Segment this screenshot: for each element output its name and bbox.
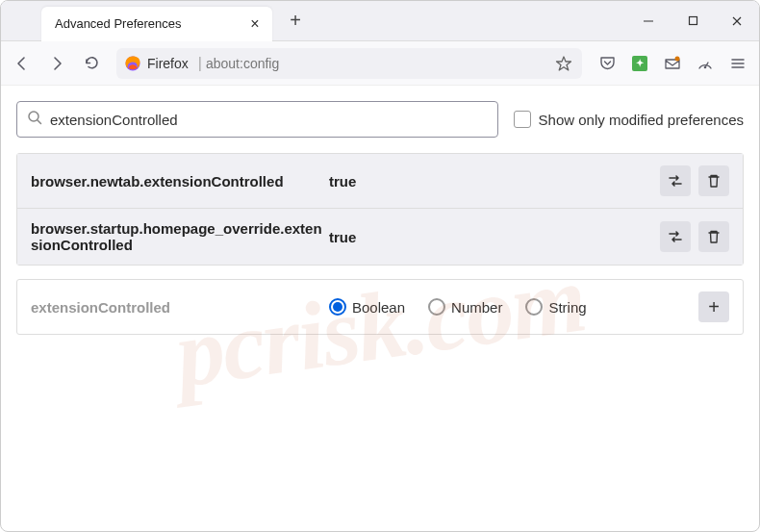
new-pref-name: extensionControlled — [31, 299, 329, 316]
address-identity-label: Firefox — [147, 56, 189, 71]
browser-window: Advanced Preferences × + — [0, 0, 760, 532]
pref-actions — [660, 165, 729, 196]
show-modified-toggle[interactable]: Show only modified preferences — [514, 111, 744, 128]
close-window-button[interactable] — [715, 1, 759, 40]
radio-dot-icon — [525, 298, 543, 316]
titlebar: Advanced Preferences × + — [1, 1, 759, 41]
radio-boolean[interactable]: Boolean — [329, 298, 405, 316]
pref-row[interactable]: browser.newtab.extensionControlled true — [17, 154, 743, 209]
config-content: pcrisk.com Show only modified preference… — [1, 86, 759, 531]
new-pref-row: extensionControlled Boolean Number Strin… — [16, 279, 744, 335]
search-box[interactable] — [16, 101, 498, 138]
browser-tab[interactable]: Advanced Preferences × — [41, 7, 272, 41]
menu-icon[interactable] — [722, 48, 753, 79]
toggle-button[interactable] — [660, 165, 691, 196]
window-controls — [626, 1, 759, 40]
svg-point-5 — [675, 56, 680, 61]
delete-button[interactable] — [698, 221, 729, 252]
search-icon — [27, 110, 42, 129]
toggle-button[interactable] — [660, 221, 691, 252]
pref-table: browser.newtab.extensionControlled true … — [16, 153, 744, 266]
url-text: about:config — [206, 56, 553, 71]
reload-button[interactable] — [76, 48, 107, 79]
pref-name: browser.startup.homepage_override.extens… — [31, 220, 329, 253]
svg-line-11 — [38, 120, 41, 124]
radio-label: String — [548, 299, 586, 316]
dashboard-icon[interactable] — [690, 48, 721, 79]
pref-value: true — [329, 229, 660, 245]
svg-point-6 — [704, 65, 707, 68]
radio-dot-icon — [428, 298, 445, 316]
svg-rect-1 — [689, 17, 697, 25]
back-button[interactable] — [7, 48, 38, 79]
minimize-button[interactable] — [626, 1, 671, 40]
pref-row[interactable]: browser.startup.homepage_override.extens… — [17, 209, 743, 265]
mail-icon[interactable] — [657, 48, 688, 79]
maximize-button[interactable] — [671, 1, 715, 40]
pref-value: true — [329, 173, 660, 190]
tab-title: Advanced Preferences — [55, 16, 245, 31]
extension-icon[interactable]: ✦ — [624, 48, 655, 79]
close-tab-icon[interactable]: × — [245, 14, 265, 34]
url-separator: | — [198, 55, 202, 72]
radio-label: Boolean — [352, 299, 405, 316]
checkbox-icon[interactable] — [514, 111, 531, 128]
search-row: Show only modified preferences — [16, 101, 744, 138]
forward-button[interactable] — [41, 48, 72, 79]
radio-number[interactable]: Number — [428, 298, 502, 316]
pref-actions — [660, 221, 729, 252]
delete-button[interactable] — [698, 165, 729, 196]
firefox-icon — [124, 55, 141, 72]
pref-name: browser.newtab.extensionControlled — [31, 173, 329, 190]
new-tab-button[interactable]: + — [282, 8, 309, 35]
address-bar[interactable]: Firefox | about:config — [116, 48, 582, 79]
radio-string[interactable]: String — [525, 298, 586, 316]
nav-toolbar: Firefox | about:config ✦ — [1, 41, 759, 86]
type-radio-group: Boolean Number String — [329, 298, 698, 316]
search-input[interactable] — [50, 112, 488, 128]
bookmark-star-icon[interactable] — [553, 53, 574, 74]
radio-dot-icon — [329, 298, 346, 316]
radio-label: Number — [451, 299, 502, 316]
checkbox-label-text: Show only modified preferences — [539, 112, 744, 128]
add-button[interactable]: + — [698, 291, 729, 322]
pocket-icon[interactable] — [592, 48, 622, 79]
